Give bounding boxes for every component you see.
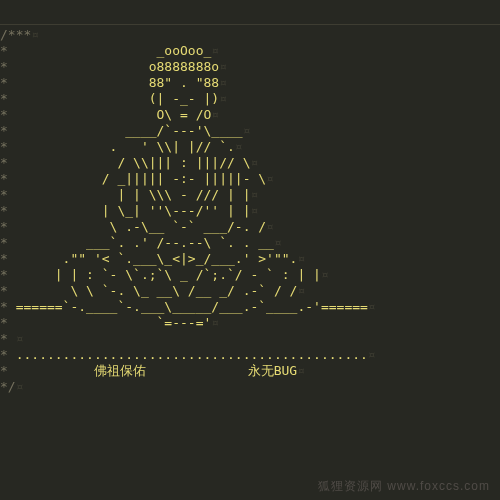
blank-line: * ¤ xyxy=(0,331,500,347)
ascii-art-line: * O\ = /O¤ xyxy=(0,107,500,123)
ascii-art-line: * \ \ `-. \_ __\ /__ _/ .-` / /¤ xyxy=(0,283,500,299)
editor-divider xyxy=(0,24,500,25)
ascii-art-line: * \ .-\__ `-` ___/-. /¤ xyxy=(0,219,500,235)
ascii-art-line: * ======`-.____`-.___\_____/___.-`____.-… xyxy=(0,299,500,315)
ascii-art-line: * | \_| ''\---/'' | |¤ xyxy=(0,203,500,219)
ascii-art-line: * . ' \\| |// `.¤ xyxy=(0,139,500,155)
ascii-art-line: * 88" . "88¤ xyxy=(0,75,500,91)
ascii-art-line: * | | : `- \`.;`\ _ /`;.`/ - ` : | |¤ xyxy=(0,267,500,283)
ascii-art-line: * o8888888o¤ xyxy=(0,59,500,75)
comment-close: */¤ xyxy=(0,379,500,395)
dots-line: * ......................................… xyxy=(0,347,500,363)
code-editor[interactable]: /***¤ * _ooOoo_¤* o8888888o¤* 88" . "88¤… xyxy=(0,0,500,395)
ascii-art-line: * | | \\\ - /// | |¤ xyxy=(0,187,500,203)
watermark: 狐狸资源网 www.foxccs.com xyxy=(318,478,490,494)
ascii-art-line: * ."" '< `.___\_<|>_/___.' >'"".¤ xyxy=(0,251,500,267)
comment-open: /***¤ xyxy=(0,27,500,43)
ascii-art-line: * (| -_- |)¤ xyxy=(0,91,500,107)
ascii-art-line: * ___`. .' /--.--\ `. . __¤ xyxy=(0,235,500,251)
ascii-art-line: * ____/`---'\____¤ xyxy=(0,123,500,139)
blessing-line: * 佛祖保佑 永无BUG¤ xyxy=(0,363,500,379)
ascii-art-line: * / \\||| : |||// \¤ xyxy=(0,155,500,171)
ascii-art-line: * `=---='¤ xyxy=(0,315,500,331)
ascii-art-line: * / _||||| -:- |||||- \¤ xyxy=(0,171,500,187)
ascii-art-line: * _ooOoo_¤ xyxy=(0,43,500,59)
